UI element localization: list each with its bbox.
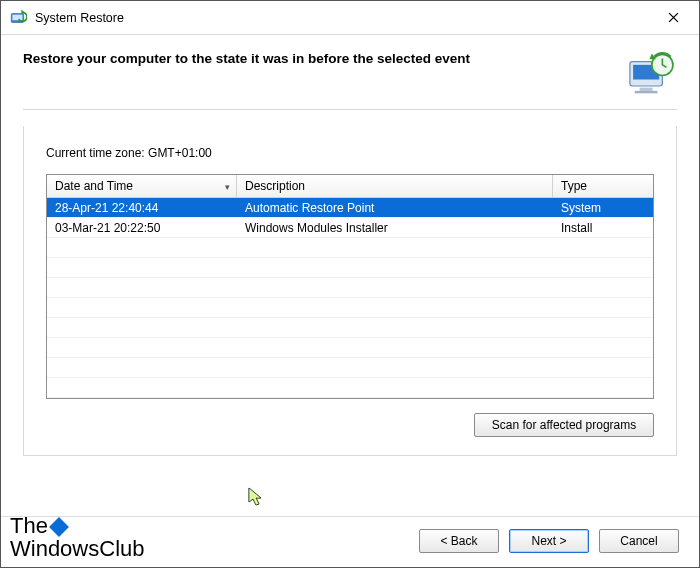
cell-type: Install: [553, 221, 653, 235]
scan-affected-button[interactable]: Scan for affected programs: [474, 413, 654, 437]
cell-type: System: [553, 201, 653, 215]
table-header: Date and Time ▾ Description Type: [47, 175, 653, 198]
table-row-empty: [47, 338, 653, 358]
table-body: 28-Apr-21 22:40:44Automatic Restore Poin…: [47, 198, 653, 398]
restore-app-icon: [9, 9, 27, 27]
col-description[interactable]: Description: [237, 175, 553, 197]
back-button[interactable]: < Back: [419, 529, 499, 553]
svg-rect-5: [640, 88, 653, 91]
system-restore-window: System Restore Restore your computer to …: [0, 0, 700, 568]
timezone-label: Current time zone: GMT+01:00: [46, 146, 654, 160]
svg-rect-1: [12, 14, 22, 20]
page-heading: Restore your computer to the state it wa…: [23, 49, 609, 66]
col-date-time[interactable]: Date and Time ▾: [47, 175, 237, 197]
cell-date: 03-Mar-21 20:22:50: [47, 221, 237, 235]
col-type[interactable]: Type: [553, 175, 653, 197]
window-title: System Restore: [35, 11, 653, 25]
table-row-empty: [47, 378, 653, 398]
cancel-button[interactable]: Cancel: [599, 529, 679, 553]
sort-indicator-icon: ▾: [225, 182, 230, 192]
col-date-label: Date and Time: [55, 179, 133, 193]
next-button[interactable]: Next >: [509, 529, 589, 553]
close-button[interactable]: [653, 4, 693, 32]
table-row-empty: [47, 238, 653, 258]
table-row-empty: [47, 278, 653, 298]
cell-date: 28-Apr-21 22:40:44: [47, 201, 237, 215]
table-row-empty: [47, 258, 653, 278]
cell-desc: Windows Modules Installer: [237, 221, 553, 235]
table-row-empty: [47, 298, 653, 318]
table-row[interactable]: 28-Apr-21 22:40:44Automatic Restore Poin…: [47, 198, 653, 218]
restore-points-table[interactable]: Date and Time ▾ Description Type 28-Apr-…: [46, 174, 654, 399]
main-panel: Current time zone: GMT+01:00 Date and Ti…: [23, 126, 677, 456]
table-row-empty: [47, 358, 653, 378]
svg-rect-6: [635, 91, 658, 93]
cell-desc: Automatic Restore Point: [237, 201, 553, 215]
table-row[interactable]: 03-Mar-21 20:22:50Windows Modules Instal…: [47, 218, 653, 238]
restore-point-icon: [625, 49, 677, 97]
titlebar: System Restore: [1, 1, 699, 35]
dialog-body: Restore your computer to the state it wa…: [1, 35, 699, 516]
table-row-empty: [47, 318, 653, 338]
dialog-footer: < Back Next > Cancel: [1, 516, 699, 567]
